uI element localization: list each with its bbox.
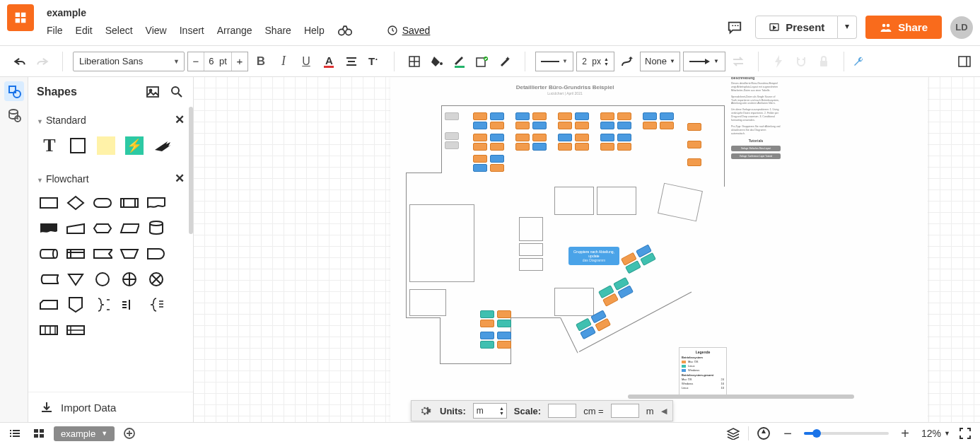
font-size-increase[interactable]: + (232, 55, 247, 67)
fc-directdata[interactable] (38, 244, 59, 264)
align-button[interactable] (342, 52, 361, 71)
horizontal-scrollbar[interactable] (387, 393, 970, 400)
page-tab[interactable]: example ▼ (54, 426, 115, 441)
fc-display[interactable] (38, 218, 59, 238)
search-icon[interactable] (169, 84, 185, 100)
underline-button[interactable]: U (296, 52, 316, 71)
add-page-button[interactable] (120, 426, 139, 441)
fc-process[interactable] (38, 193, 59, 213)
zoom-in-button[interactable]: + (896, 426, 914, 441)
fc-storeddata[interactable] (38, 269, 59, 289)
line-width-select[interactable]: 2 px ▲▼ (576, 52, 614, 71)
flash-button[interactable] (769, 52, 788, 71)
text-options-button[interactable]: T• (364, 52, 384, 71)
fc-sumjunction[interactable] (146, 269, 167, 289)
fc-brace-right[interactable] (92, 295, 113, 315)
rail-data-button[interactable] (4, 105, 24, 125)
line-start-select[interactable]: None ▼ (640, 52, 680, 71)
fc-connector[interactable] (92, 269, 113, 289)
fc-predefined[interactable] (119, 193, 140, 213)
fc-data[interactable] (119, 218, 140, 238)
undo-button[interactable] (10, 52, 30, 71)
fc-delay[interactable] (146, 244, 167, 264)
document-title[interactable]: example (47, 4, 723, 23)
magnet-button[interactable] (791, 52, 811, 71)
panel-toggle-button[interactable] (955, 52, 974, 71)
section-flowchart-close[interactable]: ✕ (175, 171, 185, 186)
units-collapse-button[interactable]: ◀ (661, 407, 667, 416)
fc-document[interactable] (146, 193, 167, 213)
fc-table[interactable] (38, 320, 59, 340)
line-curve-button[interactable] (617, 52, 637, 71)
pages-grid-button[interactable] (30, 426, 48, 441)
menu-select[interactable]: Select (105, 25, 133, 36)
scale-cm-input[interactable] (548, 404, 576, 418)
zoom-percent-select[interactable]: 12%▼ (921, 428, 950, 439)
pages-list-button[interactable] (6, 426, 24, 441)
fc-offpage[interactable] (65, 295, 86, 315)
font-size-input[interactable]: 6 pt (204, 52, 232, 71)
fc-terminator[interactable] (92, 193, 113, 213)
shape-note[interactable] (95, 134, 117, 157)
menu-view[interactable]: View (146, 25, 167, 36)
present-dropdown[interactable]: ▾ (838, 16, 857, 39)
user-avatar[interactable]: LD (950, 16, 973, 39)
section-flowchart-label[interactable]: Flowchart (46, 173, 89, 185)
fc-swimlane[interactable] (65, 320, 86, 340)
info-button-2[interactable]: Vorlage: Conference Layer Tutorial (731, 153, 781, 159)
fc-merge[interactable] (65, 269, 86, 289)
wrench-button[interactable] (850, 52, 870, 71)
zoom-slider[interactable] (804, 432, 889, 435)
lock-button[interactable] (814, 52, 834, 71)
section-standard-label[interactable]: Standard (46, 115, 86, 126)
fc-annotation[interactable] (119, 295, 140, 315)
shapes-scrollbar[interactable] (189, 107, 193, 234)
fc-or[interactable] (119, 269, 140, 289)
units-settings-button[interactable] (417, 403, 433, 419)
redo-button[interactable] (33, 52, 52, 71)
units-select[interactable]: m ▲▼ (473, 403, 507, 419)
canvas[interactable]: Detaillierter Büro-Grundriss Beispiel Lu… (194, 77, 980, 422)
font-size-decrease[interactable]: − (188, 55, 204, 67)
fc-card[interactable] (38, 295, 59, 315)
fullscreen-button[interactable] (956, 426, 974, 441)
bold-button[interactable]: B (251, 52, 271, 71)
menu-help[interactable]: Help (304, 25, 325, 36)
app-logo[interactable] (7, 4, 34, 31)
comments-button[interactable] (723, 17, 747, 38)
menu-share[interactable]: Share (265, 25, 291, 36)
shape-format-button[interactable] (472, 52, 492, 71)
callout-tooltip[interactable]: Gruppiere nach Abteilung, update das Dia… (568, 247, 619, 265)
binoculars-icon[interactable] (337, 23, 353, 38)
shape-bolt[interactable]: ⚡ (123, 134, 146, 157)
line-end-select[interactable]: ▼ (683, 52, 725, 71)
text-color-button[interactable]: A (319, 52, 339, 71)
share-button[interactable]: Share (865, 16, 942, 39)
scale-m-input[interactable] (611, 404, 639, 418)
menu-file[interactable]: File (47, 25, 63, 36)
border-color-button[interactable] (450, 52, 469, 71)
fc-database[interactable] (146, 218, 167, 238)
present-button[interactable]: Present (755, 16, 838, 39)
saved-status[interactable]: Saved (387, 25, 431, 36)
table-button[interactable] (404, 52, 424, 71)
swap-ends-button[interactable] (728, 52, 748, 71)
shape-text[interactable]: T (38, 134, 61, 157)
fc-preparation[interactable] (92, 218, 113, 238)
fc-brace-left[interactable] (146, 295, 167, 315)
line-style-select[interactable]: ▼ (535, 52, 573, 71)
target-button[interactable] (754, 426, 773, 441)
fc-manualop[interactable] (119, 244, 140, 264)
fc-decision[interactable] (65, 193, 86, 213)
fc-banner[interactable] (92, 244, 113, 264)
import-data-button[interactable]: Import Data (28, 392, 193, 422)
font-family-select[interactable]: Liberation Sans ▼ (73, 52, 185, 71)
rail-shapes-button[interactable] (4, 81, 24, 101)
floorplan-diagram[interactable]: Detaillierter Büro-Grundriss Beispiel Lu… (406, 98, 724, 381)
fc-manualinput[interactable] (65, 218, 86, 238)
zoom-out-button[interactable]: − (778, 426, 797, 441)
magic-button[interactable] (495, 52, 515, 71)
image-icon[interactable] (145, 84, 161, 100)
layers-button[interactable] (724, 426, 742, 441)
shape-rectangle[interactable] (66, 134, 89, 157)
